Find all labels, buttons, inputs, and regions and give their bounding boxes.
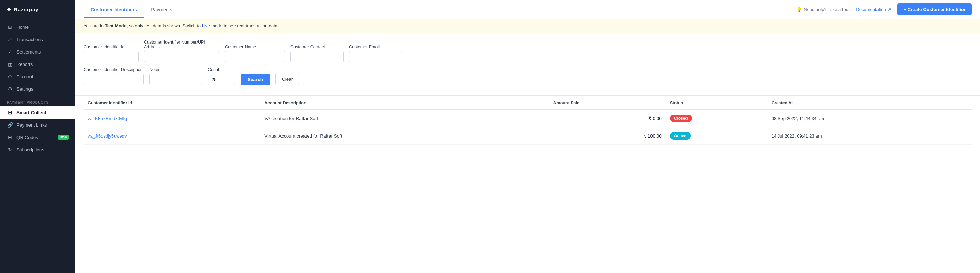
help-link[interactable]: 💡 Need help? Take a tour <box>796 7 850 12</box>
sidebar-item-reports[interactable]: ▦Reports <box>0 58 75 70</box>
sidebar-item-label: Account <box>16 74 33 79</box>
customer-contact-input[interactable] <box>290 51 344 62</box>
tabs: Customer IdentifiersPayments <box>84 2 796 18</box>
tabs-bar: Customer IdentifiersPayments 💡 Need help… <box>75 0 980 19</box>
filter-row-1: Customer Identifier Id Customer Identifi… <box>84 40 972 62</box>
sidebar-item-home[interactable]: ⊞Home <box>0 21 75 33</box>
created-at-cell: 14 Jul 2022, 09:41:23 am <box>767 127 972 145</box>
status-badge: Closed <box>670 115 692 122</box>
filter-field-count: Count <box>208 67 235 85</box>
help-icon: 💡 <box>796 7 802 12</box>
customer-description-input[interactable] <box>84 74 144 85</box>
sidebar-item-label: Subscriptions <box>16 147 44 152</box>
created-at-cell: 08 Sep 2022, 11:44:34 am <box>767 110 972 127</box>
account-description-cell: VA creation for Raftar Soft <box>260 110 549 127</box>
filter-field-desc: Customer Identifier Description <box>84 67 144 85</box>
payment-products-label: PAYMENT PRODUCTS <box>0 95 75 106</box>
filter-id-label: Customer Identifier Id <box>84 45 138 49</box>
table-section: Customer Identifier IdAccount Descriptio… <box>75 96 980 273</box>
amount-paid-cell: ₹ 0.00 <box>549 110 666 127</box>
sidebar-item-label: Settings <box>16 86 33 92</box>
col-header-status: Status <box>666 96 767 110</box>
filter-notes-label: Notes <box>149 67 202 72</box>
identifier-id-link[interactable]: va_KFIrkRmd70ylIg <box>88 116 127 121</box>
filter-field-email: Customer Email <box>349 45 402 62</box>
tab-payments[interactable]: Payments <box>144 2 179 18</box>
customer-identifier-id-input[interactable] <box>84 51 138 62</box>
search-button[interactable]: Search <box>241 74 270 85</box>
sidebar-item-label: Transactions <box>16 37 43 42</box>
filter-upi-label: Customer Identifier Number/UPI Address <box>144 40 220 49</box>
customer-email-input[interactable] <box>349 51 402 62</box>
logo-text: Razorpay <box>14 6 39 12</box>
customer-identifiers-table: Customer Identifier IdAccount Descriptio… <box>84 96 972 145</box>
sidebar-item-account[interactable]: ⊙Account <box>0 70 75 83</box>
status-cell: Closed <box>666 110 767 127</box>
sidebar-item-label: Smart Collect <box>16 110 46 115</box>
sidebar-item-label: Settlements <box>16 49 41 54</box>
home-icon: ⊞ <box>7 24 13 30</box>
sidebar-item-smart-collect[interactable]: ⊞Smart Collect <box>0 106 75 119</box>
filter-desc-label: Customer Identifier Description <box>84 67 144 72</box>
settings-icon: ⚙ <box>7 86 13 92</box>
account-icon: ⊙ <box>7 74 13 79</box>
sidebar-item-subscriptions[interactable]: ↻Subscriptions <box>0 144 75 156</box>
sidebar-item-transactions[interactable]: ⇄Transactions <box>0 33 75 46</box>
smart-collect-icon: ⊞ <box>7 110 13 115</box>
live-mode-link[interactable]: Live mode <box>202 23 223 29</box>
tab-actions: 💡 Need help? Take a tour Documentation ↗… <box>796 3 972 16</box>
documentation-link[interactable]: Documentation ↗ <box>856 7 891 12</box>
filter-name-label: Customer Name <box>225 45 285 49</box>
logo-icon: ◈ <box>7 6 11 12</box>
filter-field-name: Customer Name <box>225 45 285 62</box>
table-body: va_KFIrkRmd70ylIgVA creation for Raftar … <box>84 110 972 145</box>
settlements-icon: ✓ <box>7 49 13 54</box>
alert-banner: You are in Test Mode, so only test data … <box>75 19 980 33</box>
account-description-cell: Virtual Account created for Raftar Soft <box>260 127 549 145</box>
filter-email-label: Customer Email <box>349 45 402 49</box>
transactions-icon: ⇄ <box>7 37 13 42</box>
clear-button[interactable]: Clear <box>275 73 299 85</box>
table-header: Customer Identifier IdAccount Descriptio… <box>84 96 972 110</box>
qr-codes-icon: ⊞ <box>7 134 13 140</box>
table-row: va_Jt6qsdjy5uweqvVirtual Account created… <box>84 127 972 145</box>
filter-field-upi: Customer Identifier Number/UPI Address <box>144 40 220 62</box>
reports-icon: ▦ <box>7 61 13 67</box>
amount-paid-cell: ₹ 100.00 <box>549 127 666 145</box>
sidebar-item-label: Home <box>16 25 29 30</box>
sidebar: ◈ Razorpay ⊞Home⇄Transactions✓Settlement… <box>0 0 75 273</box>
filter-count-label: Count <box>208 67 235 72</box>
filter-field-id: Customer Identifier Id <box>84 45 138 62</box>
sidebar-item-settings[interactable]: ⚙Settings <box>0 83 75 95</box>
main-content: Customer IdentifiersPayments 💡 Need help… <box>75 0 980 273</box>
sidebar-item-label: QR Codes <box>16 135 38 140</box>
new-badge: NEW <box>58 135 68 140</box>
filter-field-notes: Notes <box>149 67 202 85</box>
table-row: va_KFIrkRmd70ylIgVA creation for Raftar … <box>84 110 972 127</box>
notes-input[interactable] <box>149 74 202 85</box>
filter-contact-label: Customer Contact <box>290 45 344 49</box>
payment-links-icon: 🔗 <box>7 122 13 128</box>
filter-field-contact: Customer Contact <box>290 45 344 62</box>
filter-row-2: Customer Identifier Description Notes Co… <box>84 67 972 85</box>
sidebar-item-label: Payment Links <box>16 123 47 128</box>
create-customer-identifier-button[interactable]: + Create Customer Identifier <box>897 3 972 16</box>
sidebar-nav: ⊞Home⇄Transactions✓Settlements▦Reports⊙A… <box>0 18 75 159</box>
status-badge: Active <box>670 132 690 140</box>
status-cell: Active <box>666 127 767 145</box>
col-header-account-desc: Account Description <box>260 96 549 110</box>
customer-identifier-number-input[interactable] <box>144 51 220 62</box>
sidebar-item-qr-codes[interactable]: ⊞QR CodesNEW <box>0 131 75 144</box>
tab-customer-identifiers[interactable]: Customer Identifiers <box>84 2 144 18</box>
sidebar-item-settlements[interactable]: ✓Settlements <box>0 46 75 58</box>
customer-name-input[interactable] <box>225 51 285 62</box>
sidebar-item-label: Reports <box>16 62 33 67</box>
count-input[interactable] <box>208 74 235 85</box>
identifier-id-link[interactable]: va_Jt6qsdjy5uweqv <box>88 133 127 139</box>
sidebar-logo: ◈ Razorpay <box>0 0 75 18</box>
col-header-identifier-id: Customer Identifier Id <box>84 96 260 110</box>
sidebar-item-payment-links[interactable]: 🔗Payment Links <box>0 119 75 131</box>
col-header-amount-paid: Amount Paid <box>549 96 666 110</box>
col-header-created-at: Created At <box>767 96 972 110</box>
subscriptions-icon: ↻ <box>7 147 13 152</box>
